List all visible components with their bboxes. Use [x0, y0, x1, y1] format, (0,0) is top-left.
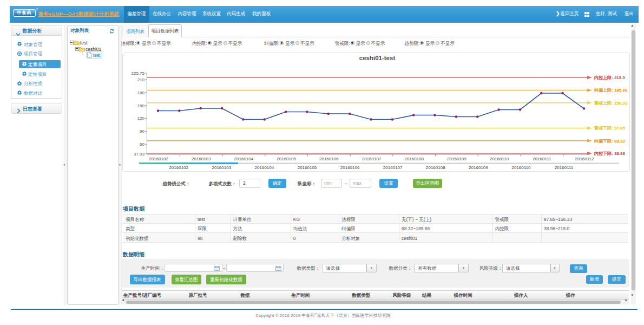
svg-text:内控下限: 38.98: 内控下限: 38.98	[594, 151, 625, 156]
svg-text:纠偏上限: 185.66: 纠偏上限: 185.66	[594, 88, 628, 93]
svg-text:内控上限: 215.0: 内控上限: 215.0	[594, 75, 625, 80]
svg-text:225.75: 225.75	[132, 71, 145, 76]
svg-text:150: 150	[137, 103, 145, 108]
svg-text:警戒下限: 97.65: 警戒下限: 97.65	[594, 126, 625, 131]
svg-text:20160103: 20160103	[212, 165, 232, 170]
svg-text:180: 180	[137, 90, 145, 95]
svg-text:20160111: 20160111	[555, 165, 574, 170]
svg-text:20160105: 20160105	[298, 165, 317, 170]
svg-text:20160109: 20160109	[447, 157, 466, 161]
svg-text:20160102: 20160102	[149, 157, 168, 161]
svg-text:20160106: 20160106	[340, 165, 360, 170]
svg-text:20160105: 20160105	[277, 157, 296, 161]
svg-text:警戒上限: 156.33: 警戒上限: 156.33	[594, 101, 628, 106]
svg-text:60: 60	[140, 142, 144, 147]
svg-text:20160112: 20160112	[575, 157, 595, 161]
svg-text:20160108: 20160108	[404, 157, 424, 161]
svg-text:120: 120	[137, 116, 145, 121]
svg-text:纠偏下限: 68.32: 纠偏下限: 68.32	[594, 139, 625, 144]
svg-text:20160103: 20160103	[192, 157, 211, 161]
svg-text:20160102: 20160102	[169, 165, 188, 170]
svg-text:20160106: 20160106	[319, 157, 339, 161]
svg-text:90: 90	[140, 129, 144, 134]
svg-text:20160110: 20160110	[490, 157, 509, 161]
svg-text:20160110: 20160110	[512, 165, 531, 170]
svg-text:20160107: 20160107	[362, 157, 382, 161]
svg-text:37.03: 37.03	[134, 152, 145, 157]
svg-text:210: 210	[137, 77, 145, 82]
svg-text:20160104: 20160104	[255, 165, 274, 170]
svg-text:20160104: 20160104	[234, 157, 254, 161]
svg-text:20160109: 20160109	[469, 165, 488, 170]
svg-text:20160111: 20160111	[533, 157, 551, 161]
svg-text:20160107: 20160107	[383, 165, 403, 170]
svg-text:20160108: 20160108	[426, 165, 445, 170]
svg-text:ceshi01-test: ceshi01-test	[359, 55, 396, 61]
